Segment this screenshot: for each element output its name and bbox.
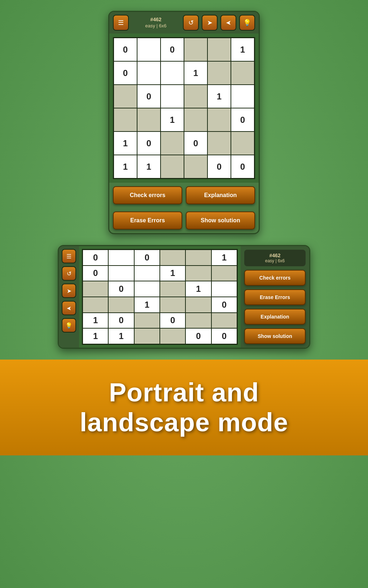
grid-cell[interactable]	[160, 297, 185, 312]
puzzle-number: #462	[132, 16, 180, 23]
grid-cell[interactable]	[160, 329, 185, 344]
explanation-button[interactable]: Explanation	[186, 186, 255, 204]
grid-cell[interactable]	[135, 329, 159, 344]
grid-cell[interactable]: 0	[137, 132, 160, 155]
grid-cell[interactable]: 0	[109, 281, 133, 297]
undo-button[interactable]: ➤	[220, 15, 236, 31]
grid-cell[interactable]	[160, 250, 185, 265]
grid-cell[interactable]	[83, 297, 108, 312]
grid-cell[interactable]	[161, 155, 184, 178]
grid-cell[interactable]: 0	[109, 313, 133, 328]
landscape-grid-area: 0010101101001100	[79, 246, 241, 348]
grid-cell[interactable]: 1	[184, 62, 207, 84]
show-solution-button[interactable]: Show solution	[186, 211, 255, 230]
grid-cell[interactable]: 0	[83, 266, 108, 281]
check-errors-button[interactable]: Check errors	[113, 186, 182, 204]
grid-cell[interactable]	[186, 266, 211, 281]
grid-cell[interactable]	[212, 281, 237, 297]
grid-cell[interactable]: 1	[208, 85, 231, 108]
grid-cell[interactable]: 0	[160, 313, 185, 328]
hint-button[interactable]: 💡	[239, 15, 255, 31]
ls-check-errors-button[interactable]: Check errors	[244, 270, 306, 286]
portrait-grid-container: 0010101101001100	[109, 34, 259, 183]
grid-cell[interactable]	[137, 38, 160, 61]
grid-cell[interactable]: 0	[208, 155, 231, 178]
grid-cell[interactable]	[231, 132, 254, 155]
grid-cell[interactable]	[184, 85, 207, 108]
grid-cell[interactable]: 1	[186, 281, 211, 297]
grid-cell[interactable]: 0	[186, 329, 211, 344]
grid-cell[interactable]: 1	[135, 297, 159, 312]
grid-cell[interactable]	[212, 313, 237, 328]
grid-cell[interactable]: 1	[114, 155, 137, 178]
grid-cell[interactable]	[184, 108, 207, 131]
ls-menu-button[interactable]: ☰	[62, 249, 76, 263]
ls-redo-button[interactable]: ➤	[62, 284, 76, 298]
refresh-button[interactable]: ↺	[183, 15, 199, 31]
grid-cell[interactable]: 1	[83, 313, 108, 328]
erase-errors-button[interactable]: Erase Errors	[113, 211, 182, 230]
grid-cell[interactable]	[161, 62, 184, 84]
grid-cell[interactable]: 1	[109, 329, 133, 344]
grid-cell[interactable]: 0	[231, 155, 254, 178]
grid-cell[interactable]	[114, 85, 137, 108]
grid-cell[interactable]: 1	[161, 108, 184, 131]
grid-cell[interactable]: 0	[83, 250, 108, 265]
grid-cell[interactable]: 0	[114, 38, 137, 61]
menu-button[interactable]: ☰	[113, 15, 129, 31]
grid-cell[interactable]	[135, 266, 159, 281]
grid-cell[interactable]	[109, 297, 133, 312]
grid-cell[interactable]	[160, 281, 185, 297]
grid-cell[interactable]	[161, 132, 184, 155]
ls-erase-errors-button[interactable]: Erase Errors	[244, 289, 306, 305]
grid-cell[interactable]: 1	[114, 132, 137, 155]
grid-cell[interactable]	[208, 108, 231, 131]
grid-cell[interactable]	[137, 62, 160, 84]
grid-cell[interactable]	[161, 85, 184, 108]
grid-cell[interactable]	[135, 281, 159, 297]
grid-cell[interactable]	[186, 297, 211, 312]
grid-cell[interactable]: 1	[160, 266, 185, 281]
ls-puzzle-number: #462	[247, 253, 303, 258]
grid-cell[interactable]	[208, 132, 231, 155]
ls-show-solution-button[interactable]: Show solution	[244, 328, 306, 344]
grid-cell[interactable]	[184, 38, 207, 61]
menu-icon: ☰	[118, 19, 124, 27]
grid-cell[interactable]: 0	[137, 85, 160, 108]
grid-cell[interactable]	[208, 38, 231, 61]
grid-cell[interactable]: 0	[212, 329, 237, 344]
grid-cell[interactable]	[186, 313, 211, 328]
grid-cell[interactable]	[231, 62, 254, 84]
portrait-toolbar: ☰ #462 easy | 6x6 ↺ ➤ ➤ 💡	[109, 12, 259, 34]
grid-cell[interactable]: 0	[184, 132, 207, 155]
grid-cell[interactable]: 1	[83, 329, 108, 344]
grid-cell[interactable]	[109, 266, 133, 281]
grid-cell[interactable]	[184, 155, 207, 178]
grid-cell[interactable]	[208, 62, 231, 84]
portrait-buttons-row2: Erase Errors Show solution	[109, 208, 259, 233]
hint-icon: 💡	[243, 19, 251, 27]
grid-cell[interactable]: 0	[231, 108, 254, 131]
grid-cell[interactable]	[83, 281, 108, 297]
ls-undo-button[interactable]: ➤	[62, 301, 76, 315]
grid-cell[interactable]: 0	[161, 38, 184, 61]
grid-cell[interactable]	[186, 250, 211, 265]
grid-cell[interactable]: 1	[231, 38, 254, 61]
grid-cell[interactable]: 0	[212, 297, 237, 312]
grid-cell[interactable]	[114, 108, 137, 131]
grid-cell[interactable]	[135, 313, 159, 328]
grid-cell[interactable]: 1	[212, 250, 237, 265]
puzzle-difficulty: easy | 6x6	[132, 23, 180, 29]
grid-cell[interactable]	[231, 85, 254, 108]
ls-explanation-button[interactable]: Explanation	[244, 309, 306, 325]
ls-refresh-button[interactable]: ↺	[62, 266, 76, 281]
redo-button[interactable]: ➤	[202, 15, 218, 31]
grid-cell[interactable]: 0	[114, 62, 137, 84]
grid-cell[interactable]	[109, 250, 133, 265]
ls-hint-button[interactable]: 💡	[62, 318, 76, 333]
grid-cell[interactable]	[212, 266, 237, 281]
grid-cell[interactable]	[137, 108, 160, 131]
ls-refresh-icon: ↺	[67, 270, 71, 277]
grid-cell[interactable]: 0	[135, 250, 159, 265]
grid-cell[interactable]: 1	[137, 155, 160, 178]
